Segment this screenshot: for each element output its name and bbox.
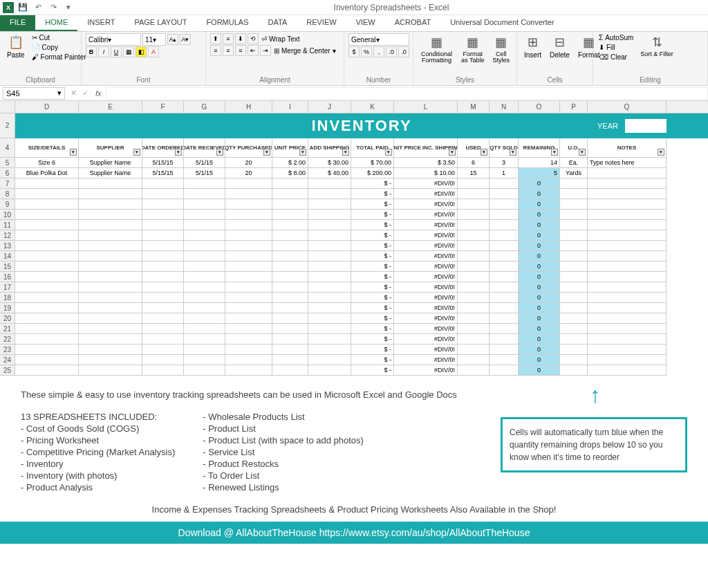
table-header[interactable]: USED▾ <box>458 138 490 158</box>
cell[interactable] <box>308 303 351 313</box>
row-header[interactable]: 16 <box>0 272 15 282</box>
cell[interactable] <box>308 313 351 324</box>
cell[interactable] <box>308 220 351 230</box>
cell[interactable] <box>588 334 667 344</box>
row-header[interactable]: 25 <box>0 365 15 376</box>
cell[interactable] <box>588 220 667 230</box>
cell[interactable] <box>184 355 225 365</box>
delete-cells-button[interactable]: ⊟Delete <box>547 33 572 60</box>
cell[interactable] <box>184 303 225 313</box>
cell[interactable] <box>272 251 308 261</box>
tab-formulas[interactable]: FORMULAS <box>196 15 258 31</box>
cell[interactable] <box>272 365 308 376</box>
cell[interactable] <box>225 241 272 251</box>
cell[interactable] <box>15 272 79 282</box>
filter-icon[interactable]: ▾ <box>385 149 392 156</box>
increase-font-icon[interactable]: A▴ <box>167 34 178 45</box>
cell[interactable] <box>272 344 308 355</box>
table-header[interactable]: U.O.▾ <box>560 138 588 158</box>
cell[interactable] <box>184 272 225 282</box>
cell[interactable] <box>458 261 490 272</box>
column-header[interactable]: H <box>225 101 272 113</box>
row-header[interactable]: 2 <box>0 113 15 138</box>
cell[interactable] <box>142 272 184 282</box>
cell[interactable] <box>15 334 79 344</box>
filter-icon[interactable]: ▾ <box>579 149 586 156</box>
percent-icon[interactable]: % <box>361 46 372 57</box>
cell[interactable]: #DIV/0! <box>394 210 458 220</box>
cell[interactable] <box>225 220 272 230</box>
cell[interactable] <box>184 344 225 355</box>
cell[interactable] <box>560 189 588 199</box>
cell[interactable]: #DIV/0! <box>394 334 458 344</box>
cell[interactable]: 0 <box>519 313 560 324</box>
cell[interactable] <box>588 189 667 199</box>
row-header[interactable]: 22 <box>0 334 15 344</box>
cell[interactable] <box>588 199 667 210</box>
cell[interactable]: #DIV/0! <box>394 365 458 376</box>
cell[interactable]: $ 10.00 <box>394 168 458 178</box>
cell[interactable]: Supplier Name <box>79 168 142 178</box>
cell[interactable] <box>272 230 308 241</box>
cell[interactable] <box>490 355 519 365</box>
column-header[interactable]: O <box>519 101 560 113</box>
row-header[interactable]: 11 <box>0 220 15 230</box>
cell[interactable] <box>490 282 519 293</box>
cell[interactable]: 3 <box>490 158 519 168</box>
cell[interactable] <box>142 313 184 324</box>
cell[interactable] <box>588 282 667 293</box>
cell[interactable] <box>588 344 667 355</box>
cell[interactable] <box>142 189 184 199</box>
cell[interactable]: 0 <box>519 272 560 282</box>
cell[interactable] <box>588 293 667 303</box>
cell[interactable] <box>458 355 490 365</box>
cell[interactable] <box>560 334 588 344</box>
cell[interactable]: Type notes here <box>588 158 667 168</box>
cell[interactable]: 0 <box>519 303 560 313</box>
cell[interactable] <box>588 355 667 365</box>
cell[interactable] <box>225 334 272 344</box>
cell[interactable] <box>15 303 79 313</box>
tab-home[interactable]: HOME <box>35 15 77 31</box>
cell[interactable] <box>308 251 351 261</box>
cell[interactable] <box>458 365 490 376</box>
row-header[interactable]: 8 <box>0 189 15 199</box>
cell[interactable]: $ - <box>351 365 394 376</box>
cell[interactable] <box>588 210 667 220</box>
underline-button[interactable]: U <box>111 46 122 57</box>
cell[interactable]: 0 <box>519 178 560 189</box>
row-header[interactable]: 14 <box>0 251 15 261</box>
cell[interactable] <box>490 199 519 210</box>
cell[interactable] <box>560 199 588 210</box>
cell[interactable] <box>560 220 588 230</box>
cell[interactable] <box>15 293 79 303</box>
cell[interactable]: #DIV/0! <box>394 178 458 189</box>
fx-icon[interactable]: fx <box>91 89 106 98</box>
cell[interactable] <box>225 272 272 282</box>
cell[interactable]: 0 <box>519 261 560 272</box>
cell[interactable] <box>560 324 588 334</box>
filter-icon[interactable]: ▾ <box>658 149 664 156</box>
cell[interactable] <box>490 293 519 303</box>
cell[interactable] <box>588 313 667 324</box>
cell[interactable] <box>15 251 79 261</box>
comma-icon[interactable]: , <box>373 46 384 57</box>
column-header[interactable]: N <box>490 101 519 113</box>
cell[interactable] <box>79 282 142 293</box>
column-header[interactable]: E <box>79 101 142 113</box>
cell[interactable] <box>490 241 519 251</box>
cell[interactable] <box>142 241 184 251</box>
cell[interactable]: #DIV/0! <box>394 303 458 313</box>
cell[interactable] <box>15 324 79 334</box>
cell[interactable] <box>142 334 184 344</box>
cell[interactable]: 0 <box>519 230 560 241</box>
cell[interactable]: $ - <box>351 303 394 313</box>
fill-button[interactable]: ⬇ Fill <box>597 43 635 52</box>
cell[interactable] <box>79 334 142 344</box>
table-header[interactable]: SIZE/DETAILS▾ <box>15 138 79 158</box>
undo-icon[interactable]: ↶ <box>32 1 44 14</box>
table-header[interactable]: REMAINING▾ <box>519 138 560 158</box>
align-right-icon[interactable]: ≡ <box>235 45 246 56</box>
cell[interactable] <box>79 251 142 261</box>
cell[interactable]: Yards <box>560 168 588 178</box>
